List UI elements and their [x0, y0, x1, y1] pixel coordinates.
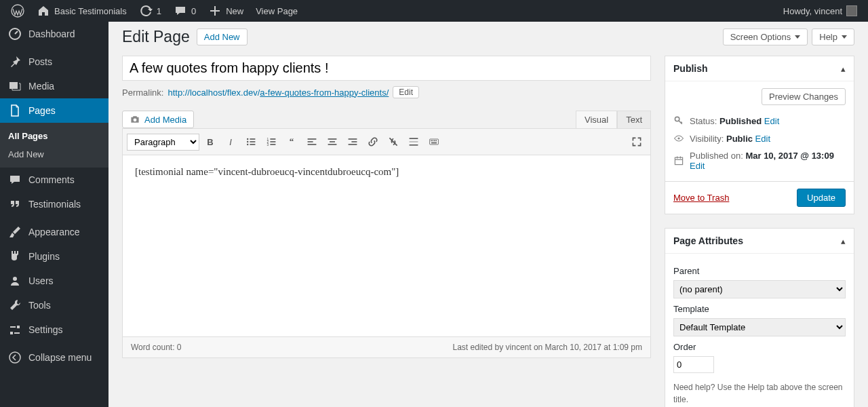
tab-visual[interactable]: Visual [576, 111, 617, 128]
menu-users[interactable]: Users [0, 269, 108, 293]
dashboard-icon [8, 27, 22, 41]
tab-text[interactable]: Text [617, 111, 651, 128]
screen-options-button[interactable]: Screen Options [723, 28, 808, 45]
comment-icon [8, 173, 22, 187]
permalink-label: Permalink: [122, 88, 163, 98]
quote-button[interactable]: “ [282, 133, 301, 151]
toolbar-toggle-button[interactable] [425, 133, 443, 151]
list-ol-icon: 123 [266, 136, 277, 147]
list-ul-icon [245, 136, 256, 147]
menu-appearance[interactable]: Appearance [0, 220, 108, 244]
svg-point-2 [13, 277, 17, 281]
trash-link[interactable]: Move to Trash [673, 193, 729, 203]
attributes-help: Need help? Use the Help tab above the sc… [673, 381, 846, 406]
edit-status-link[interactable]: Edit [764, 116, 779, 126]
svg-rect-29 [430, 139, 439, 144]
submenu-all-pages[interactable]: All Pages [0, 127, 108, 145]
order-label: Order [673, 342, 846, 352]
svg-rect-19 [308, 144, 317, 145]
svg-rect-34 [431, 142, 437, 144]
svg-rect-22 [328, 144, 337, 145]
editor-textarea[interactable]: [testimonial name="vincent-dubroeucq-vin… [122, 155, 651, 337]
menu-dashboard[interactable]: Dashboard [0, 22, 108, 46]
svg-rect-23 [349, 138, 357, 140]
comments-link[interactable]: 0 [168, 0, 201, 22]
site-name: Basic Testimonials [54, 6, 127, 16]
bold-button[interactable]: B [201, 133, 220, 151]
svg-rect-14 [270, 141, 275, 142]
readmore-button[interactable] [404, 133, 423, 151]
publish-box-header[interactable]: Publish▴ [665, 56, 854, 81]
edit-date-link[interactable]: Edit [690, 161, 705, 171]
svg-point-4 [134, 118, 137, 121]
align-center-button[interactable] [323, 133, 342, 151]
fullscreen-button[interactable] [627, 133, 646, 151]
submenu-add-new[interactable]: Add New [0, 145, 108, 163]
account-link[interactable]: Howdy, vincent [778, 0, 863, 22]
edit-slug-button[interactable]: Edit [393, 86, 419, 98]
help-button[interactable]: Help [812, 28, 854, 45]
keyboard-icon [429, 136, 439, 147]
align-right-button[interactable] [343, 133, 362, 151]
preview-button[interactable]: Preview Changes [762, 88, 846, 105]
post-title-input[interactable] [122, 56, 651, 81]
align-right-icon [347, 136, 358, 147]
new-label: New [226, 6, 243, 16]
howdy-text: Howdy, vincent [783, 6, 842, 16]
align-left-button[interactable] [302, 133, 321, 151]
menu-media[interactable]: Media [0, 74, 108, 98]
svg-rect-33 [435, 140, 437, 142]
format-select[interactable]: Paragraph [127, 134, 199, 151]
svg-point-9 [247, 144, 248, 145]
view-page-link[interactable]: View Page [250, 0, 303, 22]
add-new-button[interactable]: Add New [197, 28, 248, 45]
svg-rect-6 [250, 138, 255, 140]
comment-icon [174, 4, 187, 18]
menu-plugins[interactable]: Plugins [0, 244, 108, 269]
toggle-icon: ▴ [841, 64, 846, 74]
template-label: Template [673, 304, 846, 314]
svg-rect-8 [250, 141, 255, 142]
editor-statusbar: Word count: 0 Last edited by vincent on … [122, 337, 651, 358]
attributes-box-header[interactable]: Page Attributes▴ [665, 229, 854, 254]
parent-select[interactable]: (no parent) [673, 280, 846, 298]
svg-rect-12 [270, 138, 275, 140]
editor-toolbar: Paragraph B I 123 “ [122, 128, 651, 155]
brush-icon [8, 225, 22, 239]
submenu-pages: All Pages Add New [0, 123, 108, 168]
add-media-button[interactable]: Add Media [122, 111, 194, 128]
update-button[interactable]: Update [797, 189, 846, 207]
ol-button[interactable]: 123 [262, 133, 281, 151]
order-input[interactable] [673, 356, 714, 373]
svg-rect-37 [675, 157, 682, 164]
updates-count: 1 [157, 6, 161, 16]
avatar [846, 5, 857, 16]
menu-collapse[interactable]: Collapse menu [0, 345, 108, 370]
updates-link[interactable]: 1 [134, 0, 167, 22]
menu-pages[interactable]: Pages [0, 98, 108, 123]
wp-logo[interactable] [5, 0, 30, 22]
comments-count: 0 [191, 6, 196, 16]
ul-button[interactable] [241, 133, 260, 151]
svg-rect-32 [434, 140, 435, 142]
italic-button[interactable]: I [221, 133, 240, 151]
new-link[interactable]: New [203, 0, 249, 22]
align-left-icon [307, 136, 317, 147]
svg-rect-28 [410, 144, 418, 146]
menu-testimonials[interactable]: Testimonials [0, 192, 108, 216]
edit-visibility-link[interactable]: Edit [755, 134, 770, 144]
link-button[interactable] [363, 133, 382, 151]
site-link[interactable]: Basic Testimonials [31, 0, 132, 22]
menu-comments[interactable]: Comments [0, 168, 108, 192]
align-center-icon [327, 136, 338, 147]
admin-menu: Dashboard Posts Media Pages All Pages Ad… [0, 22, 108, 407]
menu-tools[interactable]: Tools [0, 293, 108, 317]
menu-settings[interactable]: Settings [0, 317, 108, 342]
svg-point-36 [677, 137, 679, 139]
template-select[interactable]: Default Template [673, 318, 846, 336]
unlink-button[interactable] [384, 133, 403, 151]
wrench-icon [8, 298, 22, 312]
permalink-link[interactable]: http://localhost/flex.dev/a-few-quotes-f… [167, 88, 389, 98]
menu-posts[interactable]: Posts [0, 50, 108, 74]
svg-point-35 [675, 117, 679, 121]
